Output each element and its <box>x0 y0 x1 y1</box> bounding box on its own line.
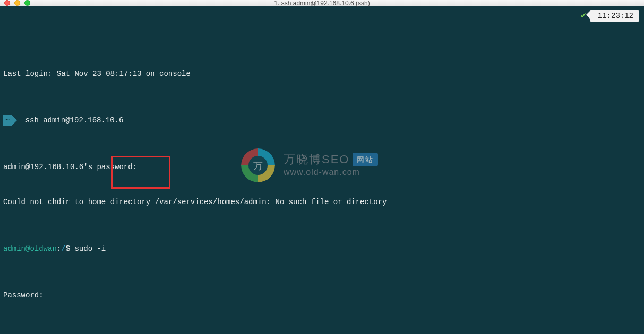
traffic-lights <box>0 0 30 6</box>
status-pill: ✔ 11:23:12 <box>581 10 639 22</box>
terminal-window: 1. ssh admin@192.168.10.6 (ssh) ✔ 11:23:… <box>0 0 644 334</box>
time-badge: 11:23:12 <box>590 10 639 22</box>
ssh-cmd-text: ssh admin@192.168.10.6 <box>12 116 123 125</box>
minimize-icon[interactable] <box>14 0 20 6</box>
prompt-badge: ~ <box>3 115 12 126</box>
chdir-error-line: Could not chdir to home directory /var/s… <box>3 196 641 208</box>
titlebar: 1. ssh admin@192.168.10.6 (ssh) <box>0 0 644 6</box>
check-icon: ✔ <box>581 10 586 22</box>
window-title: 1. ssh admin@192.168.10.6 (ssh) <box>0 0 644 7</box>
sudo-cmd: sudo -i <box>74 244 106 253</box>
admin-user: admin@oldwan <box>3 244 57 253</box>
admin-prompt-line: admin@oldwan:/$ sudo -i <box>3 243 641 254</box>
password-prompt-line: admin@192.168.10.6's password: <box>3 161 641 173</box>
maximize-icon[interactable] <box>24 0 30 6</box>
close-icon[interactable] <box>4 0 10 6</box>
admin-path: / <box>61 244 65 253</box>
last-login-line: Last login: Sat Nov 23 08:17:13 on conso… <box>3 68 641 80</box>
ssh-command-line: ~ ssh admin@192.168.10.6 <box>3 115 641 126</box>
terminal-body[interactable]: ✔ 11:23:12 Last login: Sat Nov 23 08:17:… <box>0 6 644 334</box>
password-line: Password: <box>3 289 641 301</box>
